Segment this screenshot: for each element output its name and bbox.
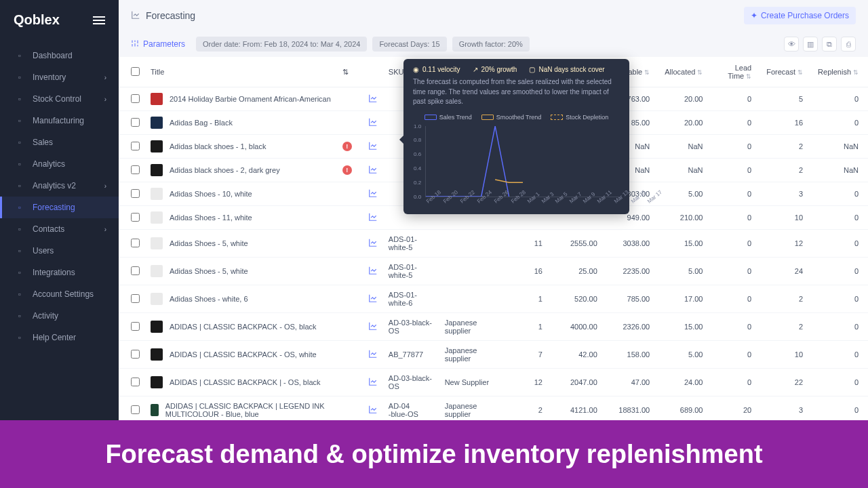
sidebar-item-stock-control[interactable]: ▫Stock Control› xyxy=(0,88,119,110)
cell-supplier: Japanese supplier xyxy=(439,396,499,421)
sidebar-item-integrations[interactable]: ▫Integrations xyxy=(0,262,119,283)
sidebar-item-label: Integrations xyxy=(33,268,75,277)
row-chart-icon[interactable] xyxy=(363,230,383,258)
row-checkbox[interactable] xyxy=(131,142,140,150)
cell-onhand: 520.00 xyxy=(552,285,607,313)
product-thumb xyxy=(151,164,163,176)
cell-forecast: 2 xyxy=(761,135,812,159)
filter-pill-days[interactable]: Forecast Days: 15 xyxy=(372,37,446,52)
row-checkbox[interactable] xyxy=(131,165,140,174)
col-allocated[interactable]: Allocated⇅ xyxy=(659,57,712,87)
cell-sku: AD-03-black-OS xyxy=(383,313,439,341)
gear-icon: ▫ xyxy=(15,289,24,299)
col-replenish[interactable]: Replenish⇅ xyxy=(812,57,868,87)
hamburger-icon[interactable] xyxy=(93,16,105,24)
print-icon[interactable]: ⎙ xyxy=(841,37,856,52)
popover-legend: Sales Trend Smoothed Trend Stock Depleti… xyxy=(413,114,620,121)
sidebar-item-dashboard[interactable]: ▫Dashboard xyxy=(0,45,119,66)
row-chart-icon[interactable] xyxy=(363,159,383,182)
warning-icon: ! xyxy=(342,165,352,175)
row-checkbox[interactable] xyxy=(131,405,140,414)
table-row[interactable]: ADIDAS | CLASSIC BACKPACK | LEGEND INK M… xyxy=(119,396,868,421)
activity-icon: ▫ xyxy=(15,311,24,321)
row-chart-icon[interactable] xyxy=(363,111,383,135)
row-chart-icon[interactable] xyxy=(363,341,383,369)
row-checkbox[interactable] xyxy=(131,213,140,222)
row-chart-icon[interactable] xyxy=(363,396,383,421)
legend-depletion: Stock Depletion xyxy=(551,114,608,121)
cell-supplier: New Supplier xyxy=(439,369,499,396)
copy-icon[interactable]: ⧉ xyxy=(822,37,837,52)
table-row[interactable]: ADIDAS | CLASSIC BACKPACK | - OS, black … xyxy=(119,369,868,396)
cell-forecast: 2 xyxy=(761,159,812,182)
brand-name: Qoblex xyxy=(14,12,60,28)
cell-lead: 0 xyxy=(712,206,761,230)
sidebar-item-analytics-v2[interactable]: ▫Analytics v2› xyxy=(0,175,119,197)
row-checkbox[interactable] xyxy=(131,266,140,275)
sidebar-item-forecasting[interactable]: ▫Forecasting xyxy=(0,197,119,218)
row-chart-icon[interactable] xyxy=(363,206,383,230)
table-row[interactable]: ADIDAS | CLASSIC BACKPACK - OS, white AB… xyxy=(119,341,868,369)
filter-pill-growth[interactable]: Growth factor: 20% xyxy=(452,37,530,52)
row-chart-icon[interactable] xyxy=(363,258,383,285)
table-row[interactable]: ADIDAS | CLASSIC BACKPACK - OS, black AD… xyxy=(119,313,868,341)
package-icon: ▢ xyxy=(529,66,535,73)
cell-forecast: 10 xyxy=(761,341,812,369)
col-lead[interactable]: Lead Time⇅ xyxy=(712,57,761,87)
sidebar-item-help-center[interactable]: ▫Help Center xyxy=(0,327,119,348)
row-checkbox[interactable] xyxy=(131,239,140,247)
create-po-button[interactable]: ✦ Create Purchase Orders xyxy=(744,7,856,24)
row-checkbox[interactable] xyxy=(131,189,140,198)
col-forecast[interactable]: Forecast⇅ xyxy=(761,57,812,87)
sidebar-item-manufacturing[interactable]: ▫Manufacturing xyxy=(0,110,119,131)
filter-pill-date[interactable]: Order date: From: Feb 18, 2024 to: Mar 4… xyxy=(196,37,367,52)
sidebar-item-label: Help Center xyxy=(33,333,76,342)
sidebar-item-sales[interactable]: ▫Sales xyxy=(0,131,119,153)
cell-replenish: 0 xyxy=(812,285,868,313)
cell-lead: 0 xyxy=(712,341,761,369)
cell-forecast: 12 xyxy=(761,230,812,258)
parameters-link[interactable]: Parameters xyxy=(131,39,185,49)
cell-available: 3038.00 xyxy=(607,230,659,258)
col-sort-icon[interactable]: ⇅ xyxy=(337,57,363,87)
cell-onhand: 42.00 xyxy=(552,341,607,369)
select-all-checkbox[interactable] xyxy=(131,67,140,76)
product-thumb xyxy=(151,188,163,200)
product-title: ADIDAS | CLASSIC BACKPACK | LEGEND INK M… xyxy=(165,402,332,418)
growth-stat: ↗20% growth xyxy=(473,66,517,73)
row-checkbox[interactable] xyxy=(131,118,140,127)
eye-icon[interactable]: 👁 xyxy=(784,37,799,52)
row-chart-icon[interactable] xyxy=(363,182,383,206)
sidebar-item-contacts[interactable]: ▫Contacts› xyxy=(0,218,119,240)
sidebar-item-label: Dashboard xyxy=(33,51,73,60)
sidebar-item-activity[interactable]: ▫Activity xyxy=(0,305,119,327)
chart3-icon: ▫ xyxy=(15,203,24,212)
sidebar-item-analytics[interactable]: ▫Analytics xyxy=(0,153,119,175)
cell-supplier xyxy=(439,230,499,258)
sidebar-item-account-settings[interactable]: ▫Account Settings xyxy=(0,283,119,305)
row-checkbox[interactable] xyxy=(131,322,140,331)
row-chart-icon[interactable] xyxy=(363,369,383,396)
sidebar-item-users[interactable]: ▫Users xyxy=(0,240,119,262)
cell-replenish: 0 xyxy=(812,111,868,135)
sidebar-item-label: Activity xyxy=(33,311,58,321)
row-checkbox[interactable] xyxy=(131,94,140,103)
table-row[interactable]: Adidas Shoes - 5, white ADS-01-white-5 1… xyxy=(119,258,868,285)
row-chart-icon[interactable] xyxy=(363,313,383,341)
table-row[interactable]: Adidas Shoes - white, 6 ADS-01-white-6 1… xyxy=(119,285,868,313)
sidebar-item-inventory[interactable]: ▫Inventory› xyxy=(0,66,119,88)
product-title: Adidas black shoes - 2, dark grey xyxy=(170,166,280,174)
row-checkbox[interactable] xyxy=(131,378,140,386)
row-chart-icon[interactable] xyxy=(363,135,383,159)
product-title: Adidas Shoes - 5, white xyxy=(170,239,248,247)
sliders-icon xyxy=(131,39,139,49)
row-chart-icon[interactable] xyxy=(363,285,383,313)
row-checkbox[interactable] xyxy=(131,350,140,359)
row-checkbox[interactable] xyxy=(131,294,140,303)
product-thumb xyxy=(151,293,163,305)
columns-icon[interactable]: ▥ xyxy=(803,37,818,52)
cell-available: 2326.00 xyxy=(607,313,659,341)
col-title[interactable]: Title xyxy=(145,57,337,87)
row-chart-icon[interactable] xyxy=(363,87,383,111)
table-row[interactable]: Adidas Shoes - 5, white ADS-01-white-5 1… xyxy=(119,230,868,258)
